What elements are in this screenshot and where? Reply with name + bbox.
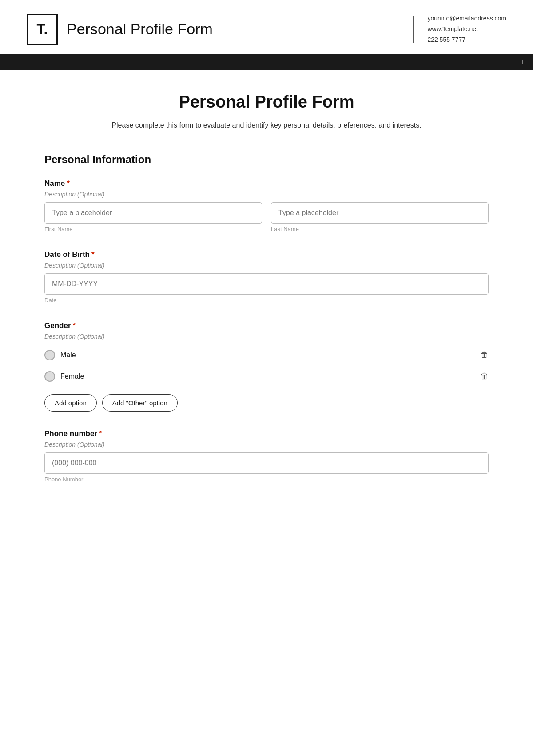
phone-required: * bbox=[99, 429, 102, 438]
phone-description: Description (Optional) bbox=[44, 441, 489, 448]
phone-sublabel: Phone Number bbox=[44, 476, 489, 483]
first-name-sublabel: First Name bbox=[44, 226, 262, 232]
field-gender: Gender* Description (Optional) Male 🗑 Fe… bbox=[44, 321, 489, 412]
name-label: Name* bbox=[44, 179, 489, 188]
dob-label: Date of Birth* bbox=[44, 250, 489, 259]
delete-female-icon[interactable]: 🗑 bbox=[481, 372, 489, 381]
delete-male-icon[interactable]: 🗑 bbox=[481, 350, 489, 360]
gender-required: * bbox=[73, 321, 76, 330]
contact-phone: 222 555 7777 bbox=[427, 35, 506, 45]
last-name-input[interactable] bbox=[271, 202, 489, 224]
header-contact: yourinfo@emailaddress.com www.Template.n… bbox=[427, 13, 506, 45]
first-name-input[interactable] bbox=[44, 202, 262, 224]
logo: T. bbox=[27, 14, 58, 45]
field-name: Name* Description (Optional) First Name … bbox=[44, 179, 489, 232]
header-right: yourinfo@emailaddress.com www.Template.n… bbox=[399, 13, 506, 45]
contact-email: yourinfo@emailaddress.com bbox=[427, 13, 506, 24]
dob-description: Description (Optional) bbox=[44, 262, 489, 269]
form-title: Personal Profile Form bbox=[44, 92, 489, 112]
name-description: Description (Optional) bbox=[44, 191, 489, 198]
header-divider bbox=[413, 16, 414, 43]
header-left: T. Personal Profile Form bbox=[27, 14, 213, 45]
last-name-field: Last Name bbox=[271, 202, 489, 232]
gender-description: Description (Optional) bbox=[44, 333, 489, 340]
form-description: Please complete this form to evaluate an… bbox=[111, 120, 422, 131]
name-required: * bbox=[67, 179, 70, 188]
radio-female[interactable] bbox=[44, 371, 55, 382]
contact-website: www.Template.net bbox=[427, 24, 506, 35]
main-content: Personal Profile Form Please complete th… bbox=[0, 70, 533, 536]
field-phone: Phone number* Description (Optional) Pho… bbox=[44, 429, 489, 483]
radio-male-label: Male bbox=[60, 351, 76, 359]
dob-required: * bbox=[91, 250, 95, 259]
logo-letter: T. bbox=[37, 21, 48, 37]
add-other-option-button[interactable]: Add "Other" option bbox=[102, 394, 178, 412]
dob-sublabel: Date bbox=[44, 297, 489, 304]
section-personal-info: Personal Information bbox=[44, 153, 489, 166]
radio-male[interactable] bbox=[44, 350, 55, 360]
add-options-row: Add option Add "Other" option bbox=[44, 394, 489, 412]
dark-bar: T bbox=[0, 54, 533, 70]
gender-option-female: Female 🗑 bbox=[44, 366, 489, 387]
field-dob: Date of Birth* Description (Optional) Da… bbox=[44, 250, 489, 304]
add-option-button[interactable]: Add option bbox=[44, 394, 97, 412]
phone-input[interactable] bbox=[44, 452, 489, 474]
radio-female-label: Female bbox=[60, 372, 84, 380]
dark-bar-label: T bbox=[521, 59, 524, 65]
last-name-sublabel: Last Name bbox=[271, 226, 489, 232]
gender-option-male: Male 🗑 bbox=[44, 344, 489, 366]
name-input-row: First Name Last Name bbox=[44, 202, 489, 232]
header-title: Personal Profile Form bbox=[67, 20, 213, 38]
dob-input[interactable] bbox=[44, 273, 489, 295]
phone-label: Phone number* bbox=[44, 429, 489, 438]
gender-label: Gender* bbox=[44, 321, 489, 330]
page-header: T. Personal Profile Form yourinfo@emaila… bbox=[0, 0, 533, 54]
first-name-field: First Name bbox=[44, 202, 262, 232]
